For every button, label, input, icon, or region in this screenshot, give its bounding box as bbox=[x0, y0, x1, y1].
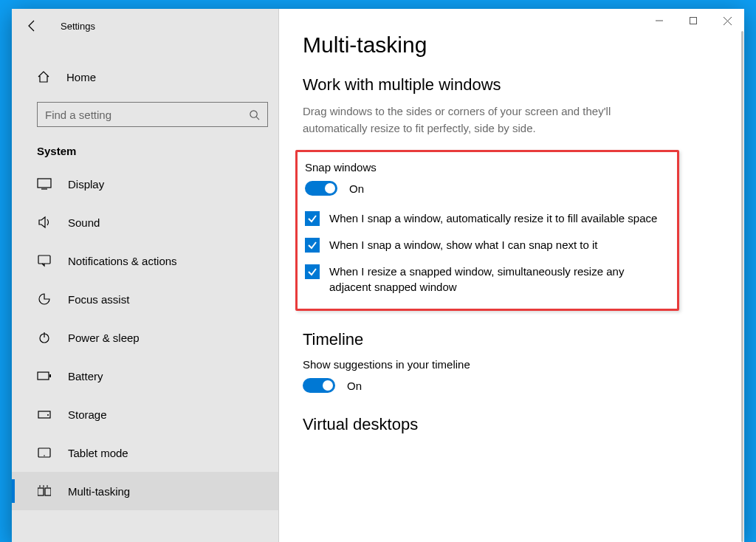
snap-windows-toggle[interactable] bbox=[305, 181, 337, 196]
multitasking-icon bbox=[37, 484, 52, 498]
sidebar-item-label: Focus assist bbox=[68, 293, 129, 306]
svg-point-16 bbox=[44, 455, 45, 456]
svg-point-14 bbox=[47, 414, 49, 416]
sidebar-header: Settings bbox=[12, 9, 278, 43]
search-icon bbox=[249, 109, 260, 120]
display-icon bbox=[37, 176, 52, 191]
section-heading-timeline: Timeline bbox=[303, 330, 719, 349]
sidebar-item-battery[interactable]: Battery bbox=[12, 357, 278, 395]
sidebar-item-display[interactable]: Display bbox=[12, 165, 278, 203]
sidebar-item-label: Tablet mode bbox=[68, 447, 128, 459]
timeline-toggle-state: On bbox=[347, 380, 362, 392]
snap-option-row[interactable]: When I snap a window, automatically resi… bbox=[305, 210, 659, 227]
svg-rect-17 bbox=[38, 488, 44, 495]
snap-toggle-state: On bbox=[349, 182, 364, 195]
sound-icon bbox=[37, 215, 52, 230]
checkbox-checked-icon[interactable] bbox=[305, 211, 320, 226]
sidebar-item-label: Display bbox=[68, 178, 104, 191]
notifications-icon bbox=[37, 253, 52, 268]
section-heading-multiwindow: Work with multiple windows bbox=[303, 75, 719, 95]
page-title: Multi-tasking bbox=[303, 32, 719, 58]
snap-windows-label: Snap windows bbox=[305, 161, 664, 174]
sidebar-item-sound[interactable]: Sound bbox=[12, 203, 278, 241]
scrollbar[interactable] bbox=[741, 31, 743, 542]
svg-rect-18 bbox=[45, 488, 51, 495]
sidebar-home-label: Home bbox=[66, 71, 96, 83]
sidebar-nav: Display Sound Notifications & actions Fo… bbox=[12, 165, 278, 542]
sidebar-item-storage[interactable]: Storage bbox=[12, 395, 278, 433]
focus-icon bbox=[37, 292, 52, 306]
snap-option-label: When I snap a window, show what I can sn… bbox=[329, 237, 598, 253]
sidebar-home[interactable]: Home bbox=[12, 58, 278, 96]
home-icon bbox=[37, 70, 50, 83]
power-icon bbox=[37, 330, 52, 345]
highlight-box: Snap windows On When I snap a window, au… bbox=[295, 150, 679, 311]
svg-rect-6 bbox=[38, 179, 51, 188]
battery-icon bbox=[37, 368, 52, 383]
svg-rect-12 bbox=[49, 374, 51, 377]
svg-rect-11 bbox=[38, 372, 49, 380]
sidebar-item-focus[interactable]: Focus assist bbox=[12, 280, 278, 318]
sidebar-item-label: Multi-tasking bbox=[68, 485, 130, 498]
snap-option-label: When I snap a window, automatically resi… bbox=[329, 210, 657, 227]
settings-window: Settings Home Find a setting bbox=[12, 9, 744, 542]
sidebar: Settings Home Find a setting bbox=[12, 9, 279, 542]
svg-point-4 bbox=[250, 110, 257, 117]
search-input[interactable]: Find a setting bbox=[37, 102, 268, 127]
sidebar-item-label: Sound bbox=[68, 216, 100, 229]
checkbox-checked-icon[interactable] bbox=[305, 238, 320, 253]
sidebar-item-label: Storage bbox=[68, 408, 107, 421]
content-area: Multi-tasking Work with multiple windows… bbox=[279, 9, 744, 542]
timeline-suggestions-toggle[interactable] bbox=[303, 378, 335, 393]
sidebar-item-multitasking[interactable]: Multi-tasking bbox=[12, 472, 278, 510]
desktop-background: Settings Home Find a setting bbox=[0, 0, 756, 542]
sidebar-item-tablet[interactable]: Tablet mode bbox=[12, 433, 278, 472]
tablet-icon bbox=[37, 445, 52, 460]
search-placeholder: Find a setting bbox=[45, 109, 111, 121]
section-description: Drag windows to the sides or corners of … bbox=[303, 103, 657, 137]
snap-option-row[interactable]: When I snap a window, show what I can sn… bbox=[305, 237, 659, 253]
sidebar-item-label: Notifications & actions bbox=[68, 255, 177, 267]
window-body: Settings Home Find a setting bbox=[12, 9, 744, 542]
storage-icon bbox=[37, 407, 52, 422]
snap-option-row[interactable]: When I resize a snapped window, simultan… bbox=[305, 264, 659, 296]
svg-line-5 bbox=[256, 117, 259, 120]
section-heading-virtual: Virtual desktops bbox=[303, 415, 719, 434]
sidebar-item-notifications[interactable]: Notifications & actions bbox=[12, 241, 278, 280]
sidebar-item-power[interactable]: Power & sleep bbox=[12, 318, 278, 357]
svg-rect-8 bbox=[38, 255, 50, 264]
checkbox-checked-icon[interactable] bbox=[305, 264, 320, 279]
sidebar-category: System bbox=[12, 133, 278, 165]
back-button[interactable] bbox=[25, 19, 38, 32]
sidebar-item-label: Power & sleep bbox=[68, 332, 140, 344]
sidebar-item-label: Battery bbox=[68, 370, 103, 383]
timeline-suggestions-label: Show suggestions in your timeline bbox=[303, 358, 719, 371]
window-title: Settings bbox=[61, 21, 95, 32]
snap-option-label: When I resize a snapped window, simultan… bbox=[329, 264, 659, 296]
